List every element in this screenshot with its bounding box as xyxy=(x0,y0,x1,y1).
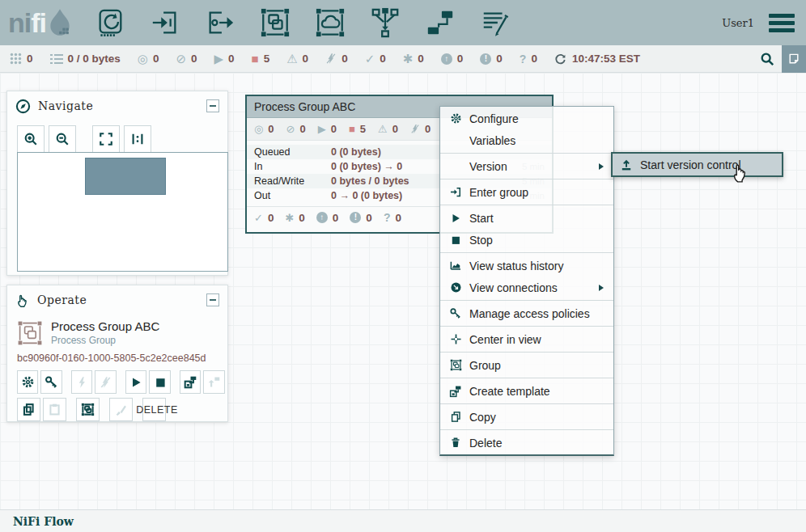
menu-separator xyxy=(440,403,613,404)
up-to-date-count: 0 xyxy=(380,53,386,65)
zoom-out-button[interactable] xyxy=(49,125,76,153)
birdseye-minimap[interactable] xyxy=(17,152,228,272)
asterisk-icon: ✱ xyxy=(285,213,294,223)
menu-item-label: View status history xyxy=(469,260,605,272)
menu-item-copy[interactable]: Copy xyxy=(440,406,613,428)
menu-separator xyxy=(440,179,613,179)
bulletin-panel-toggle[interactable] xyxy=(782,45,806,73)
menu-item-view-connections[interactable]: View connections xyxy=(440,277,613,298)
invalid-count: 0 xyxy=(303,53,309,65)
hand-icon xyxy=(15,293,30,308)
key-icon xyxy=(448,307,463,319)
copy-button[interactable] xyxy=(17,398,40,421)
selected-component-type: Process Group xyxy=(51,335,159,346)
paste-button[interactable] xyxy=(43,398,66,421)
menu-item-manage-access-policies[interactable]: Manage access policies xyxy=(440,302,613,324)
input-port-icon[interactable] xyxy=(150,6,180,39)
menu-separator xyxy=(440,326,613,327)
menu-item-label: Stop xyxy=(469,234,605,247)
trash-icon xyxy=(448,437,463,449)
delete-button[interactable]: DELETE xyxy=(142,398,166,421)
funnel-icon[interactable] xyxy=(370,6,401,39)
submenu-item-label: Start version control xyxy=(640,158,741,171)
row-label: In xyxy=(254,161,331,172)
top-toolbar: nifi xyxy=(0,0,806,45)
context-menu: Configure Variables Version Enter group xyxy=(439,106,614,456)
zoom-in-button[interactable] xyxy=(17,125,45,153)
minimap-viewport[interactable] xyxy=(85,158,166,195)
save-template-button[interactable] xyxy=(180,370,201,394)
template-icon[interactable] xyxy=(425,6,456,39)
remote-process-group-icon[interactable] xyxy=(315,6,346,39)
connections-icon xyxy=(448,281,463,293)
collapse-navigate-button[interactable] xyxy=(206,99,219,112)
locally-modified-count: 0 xyxy=(418,53,424,65)
fill-color-button[interactable] xyxy=(109,398,133,421)
label-icon[interactable] xyxy=(480,6,511,39)
zoom-actual-size-button[interactable] xyxy=(124,125,151,153)
arrow-up-circle-icon: ↑ xyxy=(441,53,452,65)
process-group-icon[interactable] xyxy=(260,6,291,39)
menu-item-variables[interactable]: Variables xyxy=(440,129,613,151)
drop-icon xyxy=(48,6,72,39)
refresh-status[interactable]: 10:47:53 EST xyxy=(554,53,640,65)
start-button[interactable] xyxy=(125,370,146,394)
question-icon: ? xyxy=(384,211,391,224)
menu-item-label: Center in view xyxy=(469,333,605,346)
locally-modified-stale-stat: ! 0 xyxy=(480,53,503,65)
disabled-count: 0 xyxy=(341,53,348,65)
selected-component-name: Process Group ABC xyxy=(51,319,159,333)
output-port-icon[interactable] xyxy=(205,6,235,39)
pg-locally-modified-count: 0 xyxy=(299,212,305,224)
zoom-fit-button[interactable] xyxy=(92,125,120,153)
compass-icon xyxy=(15,99,31,114)
sync-failure-stat: ? 0 xyxy=(520,53,537,65)
menu-item-view-status-history[interactable]: View status history xyxy=(440,255,613,277)
stop-button[interactable] xyxy=(149,370,170,394)
asterisk-icon: ✱ xyxy=(403,53,414,65)
current-user[interactable]: User1 xyxy=(722,17,754,29)
menu-item-configure[interactable]: Configure xyxy=(440,108,613,129)
menu-item-start[interactable]: Start xyxy=(440,207,613,229)
menu-item-center-in-view[interactable]: Center in view xyxy=(440,328,613,350)
copy-icon xyxy=(448,411,463,423)
upload-template-button[interactable] xyxy=(203,370,224,394)
menu-item-label: Configure xyxy=(469,112,605,125)
menu-item-stop[interactable]: Stop xyxy=(440,229,613,251)
breadcrumb-bar: NiFi Flow xyxy=(0,509,806,532)
access-policies-button[interactable] xyxy=(40,370,62,394)
configure-button[interactable] xyxy=(17,370,38,394)
locally-modified-stale-count: 0 xyxy=(496,53,503,65)
selected-process-group-icon xyxy=(17,320,43,346)
menu-item-label: Create template xyxy=(469,385,605,398)
search-button[interactable] xyxy=(753,45,782,73)
menu-item-group[interactable]: Group xyxy=(440,354,613,376)
global-menu-icon[interactable] xyxy=(769,14,795,32)
question-icon: ? xyxy=(520,53,527,65)
check-icon: ✓ xyxy=(254,213,263,223)
up-to-date-stat: ✓ 0 xyxy=(365,53,386,65)
menu-item-version[interactable]: Version xyxy=(440,155,613,177)
transmitting-icon: ◎ xyxy=(254,124,263,134)
menu-item-delete[interactable]: Delete xyxy=(440,432,613,454)
running-icon: ▶ xyxy=(318,124,326,134)
menu-item-enter-group[interactable]: Enter group xyxy=(440,181,613,203)
pg-stopped-count: 5 xyxy=(360,123,366,135)
enable-button[interactable] xyxy=(71,370,92,394)
group-button[interactable] xyxy=(76,398,100,421)
menu-item-label: Delete xyxy=(469,437,605,450)
disable-button[interactable] xyxy=(95,370,116,394)
menu-item-label: View connections xyxy=(469,281,592,294)
sync-failure-count: 0 xyxy=(531,53,537,65)
processor-icon[interactable] xyxy=(95,6,125,39)
submenu-arrow-icon xyxy=(599,163,604,170)
flow-canvas[interactable]: Process Group ABC ◎ 0 ⊘ 0 ▶ 0 ■ 5 ⚠ 0 0 xyxy=(0,73,806,509)
breadcrumb[interactable]: NiFi Flow xyxy=(13,515,74,528)
submenu-start-version-control[interactable]: Start version control xyxy=(611,152,783,177)
group-icon xyxy=(448,359,463,371)
queued-list-icon xyxy=(50,53,63,65)
menu-item-label: Enter group xyxy=(469,186,605,199)
stopped-count: 5 xyxy=(264,53,270,65)
collapse-operate-button[interactable] xyxy=(206,293,219,306)
menu-item-create-template[interactable]: Create template xyxy=(440,380,613,402)
